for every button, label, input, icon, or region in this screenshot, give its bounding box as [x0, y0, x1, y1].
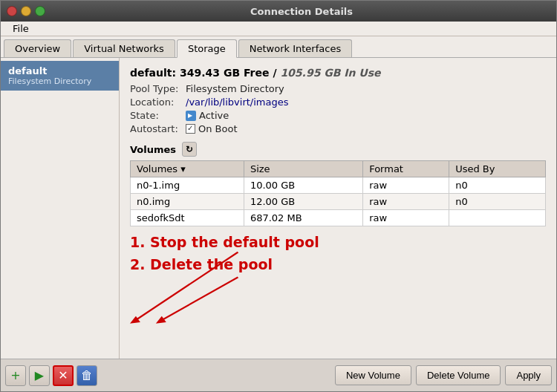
table-cell-name: n0.img	[131, 194, 244, 210]
play-icon: ▶	[35, 368, 44, 382]
tab-overview[interactable]: Overview	[4, 39, 71, 57]
maximize-button[interactable]	[35, 6, 45, 16]
main-window: Connection Details File Overview Virtual…	[0, 0, 557, 392]
minimize-button[interactable]	[21, 6, 31, 16]
bottom-toolbar: + ▶ ✕ 🗑 New Volume Delete Volume Apply	[1, 359, 556, 391]
stop-icon: ✕	[58, 368, 68, 382]
start-pool-button[interactable]: ▶	[29, 365, 50, 386]
table-row[interactable]: n0.img12.00 GBrawn0	[131, 194, 546, 210]
autostart-label: Autostart:	[130, 123, 186, 134]
titlebar: Connection Details	[1, 1, 556, 22]
table-cell-used_by: n0	[449, 177, 546, 194]
state-label: State:	[130, 110, 186, 121]
menubar: File	[1, 22, 556, 36]
annotation-text-1: 1. Stop the default pool	[130, 234, 546, 250]
tab-virtual-networks[interactable]: Virtual Networks	[73, 39, 175, 57]
main-content: default Filesystem Directory default: 34…	[1, 58, 556, 359]
autostart-checkbox-icon[interactable]	[186, 124, 195, 134]
delete-volume-button[interactable]: Delete Volume	[416, 365, 501, 385]
svg-marker-3	[156, 316, 166, 324]
location-row: Location: /var/lib/libvirt/images	[130, 97, 546, 108]
table-row[interactable]: n0-1.img10.00 GBrawn0	[131, 177, 546, 194]
tabs-bar: Overview Virtual Networks Storage Networ…	[1, 36, 556, 58]
autostart-value: On Boot	[198, 123, 238, 134]
location-label: Location:	[130, 97, 186, 108]
sidebar-item-type: Filesystem Directory	[8, 76, 111, 86]
table-cell-used_by	[449, 210, 546, 226]
pool-name: default:	[130, 67, 176, 79]
location-value: /var/lib/libvirt/images	[186, 97, 289, 108]
table-row[interactable]: sedofkSdt687.02 MBraw	[131, 210, 546, 226]
add-icon: +	[10, 368, 20, 382]
new-volume-button[interactable]: New Volume	[335, 365, 411, 385]
tab-network-interfaces[interactable]: Network Interfaces	[238, 39, 352, 57]
table-cell-format: raw	[363, 194, 449, 210]
sidebar-item-name: default	[8, 65, 111, 76]
stop-pool-button[interactable]: ✕	[53, 365, 74, 386]
table-cell-format: raw	[363, 210, 449, 226]
sidebar: default Filesystem Directory	[1, 58, 120, 359]
apply-button[interactable]: Apply	[505, 365, 552, 385]
col-header-usedby[interactable]: Used By	[449, 161, 546, 177]
col-header-format[interactable]: Format	[363, 161, 449, 177]
table-cell-format: raw	[363, 177, 449, 194]
close-button[interactable]	[7, 6, 17, 16]
detail-panel: default: 349.43 GB Free / 105.95 GB In U…	[120, 58, 556, 359]
volumes-table: Volumes ▾ Size Format Used By n0-1.img10…	[130, 160, 546, 226]
table-header-row: Volumes ▾ Size Format Used By	[131, 161, 546, 177]
svg-line-2	[160, 277, 238, 321]
autostart-row: Autostart: On Boot	[130, 123, 546, 134]
refresh-button[interactable]: ↻	[182, 142, 197, 157]
delete-pool-button[interactable]: 🗑	[76, 365, 97, 386]
tab-storage[interactable]: Storage	[177, 39, 237, 58]
pool-title-row: default: 349.43 GB Free / 105.95 GB In U…	[130, 67, 546, 79]
table-cell-name: sedofkSdt	[131, 210, 244, 226]
table-cell-name: n0-1.img	[131, 177, 244, 194]
table-cell-size: 10.00 GB	[244, 177, 362, 194]
delete-icon: 🗑	[81, 368, 93, 382]
pool-type-value: Filesystem Directory	[186, 83, 284, 94]
pool-type-row: Pool Type: Filesystem Directory	[130, 83, 546, 94]
sidebar-item-default[interactable]: default Filesystem Directory	[1, 61, 119, 91]
volumes-header: Volumes ↻	[130, 142, 546, 157]
state-value: Active	[199, 110, 229, 121]
window-buttons	[7, 6, 45, 16]
content-area: default Filesystem Directory default: 34…	[1, 58, 556, 391]
menu-file[interactable]: File	[7, 22, 35, 36]
annotation-area: 1. Stop the default pool 2. Delete the p…	[130, 234, 546, 272]
annotation-text-2: 2. Delete the pool	[130, 256, 546, 272]
pool-type-label: Pool Type:	[130, 83, 186, 94]
svg-marker-1	[130, 316, 140, 324]
pool-in-use: 105.95 GB In Use	[280, 67, 380, 79]
volumes-label: Volumes	[130, 144, 176, 155]
add-pool-button[interactable]: +	[5, 365, 26, 386]
table-cell-size: 12.00 GB	[244, 194, 362, 210]
table-cell-used_by: n0	[449, 194, 546, 210]
pool-free-space: 349.43 GB Free	[180, 67, 270, 79]
separator: /	[273, 67, 280, 79]
col-header-volumes[interactable]: Volumes ▾	[131, 161, 244, 177]
state-row: State: Active	[130, 110, 546, 121]
col-header-size[interactable]: Size	[244, 161, 362, 177]
window-title: Connection Details	[53, 6, 550, 17]
table-cell-size: 687.02 MB	[244, 210, 362, 226]
state-icon	[186, 111, 196, 121]
